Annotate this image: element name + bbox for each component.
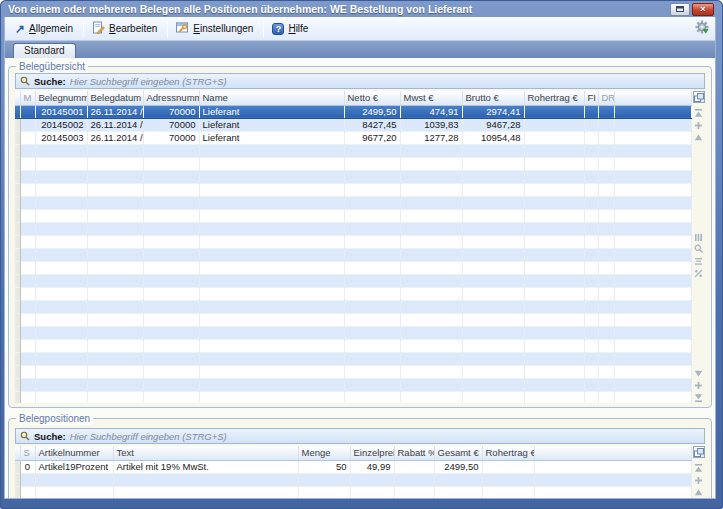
grid-filler-row: [15, 486, 692, 498]
grid-filler-row: [15, 248, 692, 261]
toolbar-separator: [263, 21, 264, 37]
grid-filler-row: [15, 170, 692, 183]
column-header[interactable]: FI: [584, 91, 598, 105]
restore-button[interactable]: [670, 3, 690, 16]
scroll-first-button[interactable]: [693, 463, 704, 473]
grid-search-button[interactable]: [693, 244, 704, 254]
toolbar: ↗ Allgemein Bearbeiten: [5, 17, 715, 41]
column-header[interactable]: Gesamt €: [434, 446, 482, 460]
column-header[interactable]: S: [20, 446, 35, 460]
column-header[interactable]: Name: [199, 91, 344, 105]
grid-filler-row: [15, 473, 692, 486]
column-header[interactable]: [534, 446, 692, 460]
sum-row-button[interactable]: [693, 256, 704, 266]
titlebar[interactable]: Von einem oder mehreren Belegen alle Pos…: [4, 0, 716, 17]
grid-filler-row: [15, 313, 692, 326]
grid-filler-row: [15, 378, 692, 391]
column-header[interactable]: Rohertrag €: [482, 446, 534, 460]
grid-filler-row: [15, 365, 692, 378]
scroll-up-button[interactable]: [693, 132, 704, 142]
grid-filler-row: [15, 196, 692, 209]
grid-filler-row: [15, 339, 692, 352]
insert-row-button[interactable]: [693, 475, 704, 485]
app-window: Von einem oder mehreren Belegen alle Pos…: [0, 0, 723, 509]
append-row-button[interactable]: [693, 380, 704, 390]
grid-filler-row: [15, 391, 692, 403]
close-icon: ×: [700, 5, 705, 14]
gear-sync-icon: [695, 20, 709, 38]
column-header[interactable]: Belegdatum: [87, 91, 143, 105]
overview-grid: MBelegnummerBelegdatumAdressnummNameNett…: [15, 91, 692, 403]
column-header[interactable]: Belegnummer: [35, 91, 87, 105]
column-header[interactable]: Mwst €: [400, 91, 462, 105]
toolbar-button-label: Bearbeiten: [109, 23, 157, 34]
grid-side-toolbar: [692, 446, 705, 498]
percent-row-button[interactable]: [693, 268, 704, 278]
settings-gear-button[interactable]: [695, 20, 709, 38]
column-header[interactable]: DR: [598, 91, 614, 105]
settings-icon: [176, 21, 189, 36]
column-header[interactable]: Netto €: [344, 91, 400, 105]
grid-filler-row: [15, 209, 692, 222]
column-header[interactable]: Einzelpreis €: [350, 446, 394, 460]
grid-filler-row: [15, 235, 692, 248]
grid-row[interactable]: 2014500326.11.2014 /Mi70000Lieferant9677…: [15, 131, 692, 144]
close-button[interactable]: ×: [692, 3, 714, 16]
tab-bar: Standard: [5, 41, 715, 58]
scroll-up-button[interactable]: [693, 487, 704, 497]
grid-row[interactable]: 2014500226.11.2014 /Mi70000Lieferant8427…: [15, 118, 692, 131]
grid-viewport: MBelegnummerBelegdatumAdressnummNameNett…: [15, 91, 692, 403]
group-label: Belegübersicht: [16, 60, 88, 73]
column-chooser-icon: [694, 93, 704, 102]
scroll-last-button[interactable]: [693, 392, 704, 402]
grid-filler-row: [15, 274, 692, 287]
grid-area: MBelegnummerBelegdatumAdressnummNameNett…: [15, 91, 705, 403]
grid-filler-row: [15, 222, 692, 235]
page-content: Belegübersicht Suche:: [5, 58, 715, 498]
open-arrow-icon: ↗: [15, 23, 25, 35]
search-label: Suche:: [34, 431, 66, 442]
column-header[interactable]: Rabatt %: [394, 446, 434, 460]
window-body: ↗ Allgemein Bearbeiten: [4, 17, 716, 499]
toolbar-button-label: Einstellungen: [193, 23, 253, 34]
group-label: Belegpositionen: [16, 412, 93, 425]
column-header[interactable]: Adressnumm: [143, 91, 199, 105]
grid-filler-row: [15, 352, 692, 365]
toolbar-button-label: Hilfe: [288, 23, 308, 34]
search-label: Suche:: [34, 76, 66, 87]
grid-viewport: SArtikelnummerTextMengeEinzelpreis €Raba…: [15, 446, 692, 498]
positions-grid: SArtikelnummerTextMengeEinzelpreis €Raba…: [15, 446, 692, 498]
column-header[interactable]: Artikelnummer: [35, 446, 113, 460]
column-header[interactable]: Rohertrag €: [524, 91, 584, 105]
grid-row[interactable]: 0Artikel19ProzentArtikel mit 19% MwSt.50…: [15, 460, 692, 473]
column-header[interactable]: Menge: [298, 446, 350, 460]
grid-area: SArtikelnummerTextMengeEinzelpreis €Raba…: [15, 446, 705, 498]
columns-layout-button[interactable]: [693, 232, 704, 242]
column-header[interactable]: Text: [113, 446, 298, 460]
window-restore-icon: [676, 6, 684, 12]
column-header[interactable]: M: [20, 91, 35, 105]
grid-row[interactable]: 2014500126.11.2014 /Mi70000Lieferant2499…: [15, 105, 692, 118]
toolbar-button-label: Allgemein: [29, 23, 73, 34]
search-bar[interactable]: Suche:: [15, 428, 705, 444]
scroll-first-button[interactable]: [693, 108, 704, 118]
insert-row-button[interactable]: [693, 120, 704, 130]
column-chooser-icon: [694, 448, 704, 457]
tab-standard[interactable]: Standard: [13, 43, 76, 58]
search-input[interactable]: [70, 76, 700, 87]
scroll-down-button[interactable]: [693, 368, 704, 378]
window-title: Von einem oder mehreren Belegen alle Pos…: [8, 3, 472, 15]
search-input[interactable]: [70, 431, 700, 442]
toolbar-button-einstellungen[interactable]: Einstellungen: [170, 19, 261, 38]
search-bar[interactable]: Suche:: [15, 73, 705, 89]
grid-filler-row: [15, 183, 692, 196]
column-header[interactable]: [614, 91, 692, 105]
column-chooser-button[interactable]: [693, 446, 705, 458]
column-chooser-button[interactable]: [693, 91, 705, 103]
toolbar-button-hilfe[interactable]: ? Hilfe: [266, 21, 316, 37]
column-header[interactable]: Brutto €: [462, 91, 524, 105]
toolbar-button-bearbeiten[interactable]: Bearbeiten: [86, 19, 165, 38]
toolbar-button-allgemein[interactable]: ↗ Allgemein: [9, 21, 81, 37]
grid-side-toolbar: [692, 91, 705, 403]
search-icon: [20, 72, 30, 90]
